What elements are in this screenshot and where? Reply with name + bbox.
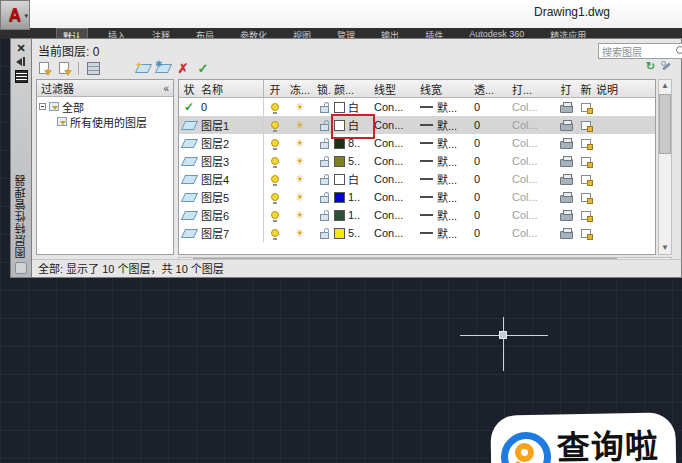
layer-plot-toggle[interactable]	[556, 102, 576, 113]
refresh-icon[interactable]: ↻	[646, 60, 655, 72]
layer-linetype[interactable]: Con...	[374, 137, 420, 149]
layer-plot-toggle[interactable]	[556, 228, 576, 239]
ribbon-tab[interactable]: 注释	[146, 28, 176, 38]
layer-lock-toggle[interactable]	[314, 174, 334, 185]
ribbon-tab[interactable]: 布局	[190, 28, 220, 38]
collapse-filter-icon[interactable]: «	[163, 83, 169, 94]
layer-name[interactable]: 图层5	[199, 189, 263, 205]
col-name[interactable]: 名称	[199, 81, 263, 97]
ribbon-tab[interactable]: 视图	[287, 28, 317, 38]
layer-linetype[interactable]: Con...	[374, 227, 420, 239]
layer-transparency[interactable]: 0	[474, 209, 512, 221]
new-property-filter-button[interactable]	[36, 61, 52, 76]
layer-plot-toggle[interactable]	[556, 192, 576, 203]
layer-color-cell[interactable]: 5..	[334, 155, 374, 167]
layer-color-cell[interactable]: 8..	[334, 137, 374, 149]
layer-transparency[interactable]: 0	[474, 173, 512, 185]
layer-transparency[interactable]: 0	[474, 155, 512, 167]
layer-linetype[interactable]: Con...	[374, 173, 420, 185]
col-linetype[interactable]: 线型	[374, 81, 420, 97]
layer-freeze-toggle[interactable]: ☀	[286, 174, 314, 185]
col-new-vp[interactable]: 新	[576, 81, 596, 97]
ribbon-tab[interactable]: 输出	[375, 28, 405, 38]
layer-name[interactable]: 图层2	[199, 135, 263, 151]
layer-lock-toggle[interactable]	[314, 102, 334, 113]
layer-linetype[interactable]: Con...	[374, 119, 420, 131]
layer-on-toggle[interactable]	[263, 206, 286, 224]
scroll-up-icon[interactable]: ▲	[661, 80, 669, 92]
tree-expander-icon[interactable]	[39, 103, 46, 110]
layer-lineweight[interactable]: 默...	[420, 153, 474, 169]
layer-new-vp-toggle[interactable]	[576, 211, 596, 220]
col-lineweight[interactable]: 线宽	[420, 81, 474, 97]
ribbon-tab[interactable]: 精选应用	[544, 28, 592, 38]
layer-row[interactable]: 图层5 ☀ 1.. Con... 默... 0 Col...	[179, 188, 655, 206]
layer-lock-toggle[interactable]	[314, 138, 334, 149]
new-layer-vp-frozen-button[interactable]: ✱	[155, 61, 171, 76]
layer-new-vp-toggle[interactable]	[576, 157, 596, 166]
layer-linetype[interactable]: Con...	[374, 101, 420, 113]
layer-on-toggle[interactable]	[263, 224, 286, 242]
ribbon-tab[interactable]: 插入	[102, 28, 132, 38]
layer-transparency[interactable]: 0	[474, 119, 512, 131]
layer-lineweight[interactable]: 默...	[420, 99, 474, 115]
layer-freeze-toggle[interactable]: ☀	[286, 228, 314, 239]
layer-name[interactable]: 图层6	[199, 207, 263, 223]
layer-name[interactable]: 图层7	[199, 225, 263, 241]
layer-color-cell[interactable]: 白	[334, 99, 374, 115]
layer-freeze-toggle[interactable]: ☀	[286, 138, 314, 149]
layer-name[interactable]: 图层3	[199, 153, 263, 169]
layer-states-manager-button[interactable]	[85, 61, 101, 76]
layer-row[interactable]: 图层7 ☀ 5.. Con... 默... 0 Col...	[179, 224, 655, 242]
properties-menu-icon[interactable]	[15, 70, 28, 83]
layer-on-toggle[interactable]	[263, 188, 286, 206]
layer-transparency[interactable]: 0	[474, 227, 512, 239]
layer-lineweight[interactable]: 默...	[420, 171, 474, 187]
layer-lineweight[interactable]: 默...	[420, 117, 474, 133]
layer-on-toggle[interactable]	[263, 152, 286, 170]
layer-row[interactable]: 图层6 ☀ 1.. Con... 默... 0 Col...	[179, 206, 655, 224]
col-lock[interactable]: 锁.	[314, 81, 334, 97]
layer-on-toggle[interactable]	[263, 170, 286, 188]
layer-lineweight[interactable]: 默...	[420, 189, 474, 205]
settings-icon[interactable]	[661, 61, 671, 71]
new-layer-button[interactable]: ✦	[135, 61, 151, 76]
application-menu-button[interactable]: A ▾	[0, 0, 30, 30]
layer-lineweight[interactable]: 默...	[420, 207, 474, 223]
layer-row[interactable]: 图层2 ☀ 8.. Con... 默... 0 Col...	[179, 134, 655, 152]
scroll-down-icon[interactable]: ▼	[661, 242, 669, 254]
layer-row[interactable]: 图层3 ☀ 5.. Con... 默... 0 Col...	[179, 152, 655, 170]
col-status[interactable]: 状	[179, 81, 199, 97]
col-on[interactable]: 开	[263, 80, 286, 97]
layer-name[interactable]: 0	[199, 101, 263, 113]
layer-freeze-toggle[interactable]: ☀	[286, 156, 314, 167]
vertical-scroll-thumb[interactable]	[659, 94, 671, 154]
layer-lock-toggle[interactable]	[314, 120, 334, 131]
layer-row[interactable]: 图层4 ☀ 白 Con... 默... 0 Col...	[179, 170, 655, 188]
layer-name[interactable]: 图层1	[199, 117, 263, 133]
layer-color-cell[interactable]: 1..	[334, 191, 374, 203]
close-icon[interactable]: ✕	[16, 42, 25, 54]
col-freeze[interactable]: 冻...	[286, 81, 314, 97]
col-plotstyle[interactable]: 打...	[512, 81, 556, 97]
layer-plot-toggle[interactable]	[556, 174, 576, 185]
ribbon-tab[interactable]: 插件	[419, 28, 449, 38]
layer-new-vp-toggle[interactable]	[576, 175, 596, 184]
auto-hide-icon[interactable]	[15, 57, 27, 67]
col-plot[interactable]: 打	[556, 81, 576, 97]
layer-linetype[interactable]: Con...	[374, 209, 420, 221]
layer-on-toggle[interactable]	[263, 98, 286, 116]
layer-lock-toggle[interactable]	[314, 210, 334, 221]
layer-plot-toggle[interactable]	[556, 156, 576, 167]
new-group-filter-button[interactable]	[56, 61, 72, 76]
ribbon-tab[interactable]: 默认	[56, 28, 88, 38]
layer-new-vp-toggle[interactable]	[576, 103, 596, 112]
layer-linetype[interactable]: Con...	[374, 191, 420, 203]
layer-color-cell[interactable]: 白	[334, 171, 374, 187]
layer-lineweight[interactable]: 默...	[420, 135, 474, 151]
ribbon-tab[interactable]: 参数化	[234, 28, 273, 38]
col-description[interactable]: 说明	[596, 81, 655, 97]
layer-lineweight[interactable]: 默...	[420, 225, 474, 241]
filter-item-all[interactable]: 全部	[39, 99, 171, 114]
layer-new-vp-toggle[interactable]	[576, 229, 596, 238]
